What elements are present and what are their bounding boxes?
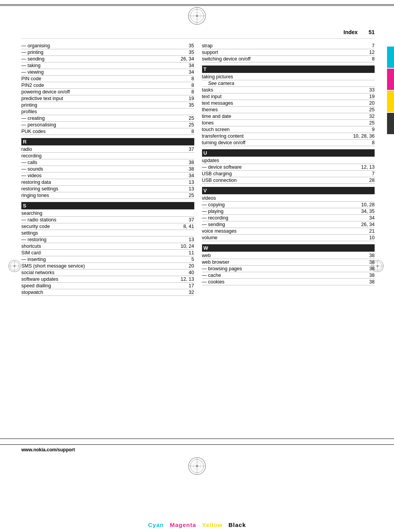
- list-item: ringing tones 25: [21, 192, 194, 199]
- entry-page: 34, 35: [361, 209, 375, 214]
- entry-label: software updates: [21, 276, 181, 282]
- right-column: strap 7 support 12 switching device on/o…: [202, 43, 375, 299]
- left-column: — organising 35 — printing 35 — sending …: [21, 43, 194, 299]
- list-item: videos: [202, 195, 375, 202]
- list-item: — videos 34: [21, 173, 194, 179]
- entry-label: — radio stations: [21, 217, 189, 223]
- entry-page: 12, 13: [361, 164, 375, 170]
- nokia-logo-top: [187, 6, 207, 26]
- list-item: switching device on/off 8: [202, 56, 375, 62]
- entry-page: 5: [192, 257, 194, 262]
- list-item: turning device on/off 8: [202, 140, 375, 146]
- list-item: SIM card 11: [21, 250, 194, 256]
- section-R: R radio 37 recording — calls 38 — sounds…: [21, 138, 194, 199]
- entry-page: 8, 41: [183, 224, 194, 229]
- entry-label: — sending: [202, 222, 361, 227]
- list-item: profiles: [21, 109, 194, 115]
- list-item: touch screen 9: [202, 126, 375, 133]
- entry-page: 8: [372, 56, 375, 62]
- entry-label: security code: [21, 224, 183, 229]
- entry-page: 21: [369, 228, 375, 234]
- entry-label: — playing: [202, 209, 361, 214]
- list-item: taking pictures: [202, 74, 375, 80]
- list-item: radio 37: [21, 146, 194, 153]
- list-item: time and date 32: [202, 113, 375, 120]
- entry-label: — recording: [202, 215, 370, 221]
- entry-page: 11: [189, 250, 194, 256]
- color-text-bar: Cyan Magenta Yellow Black: [0, 522, 394, 528]
- entry-label: touch screen: [202, 127, 372, 132]
- entry-label: — creating: [21, 116, 189, 121]
- entry-page: 32: [369, 114, 375, 119]
- entry-page: 7: [372, 43, 375, 48]
- list-item: text input 19: [202, 93, 375, 100]
- list-item: searching: [21, 210, 194, 217]
- section-header-T: T: [202, 66, 375, 73]
- list-item: — calls 38: [21, 159, 194, 166]
- entry-label: restoring data: [21, 180, 189, 185]
- top-border-inner: [0, 5, 394, 6]
- section-W: W web 38 web browser 38 — browsing pages…: [202, 244, 375, 285]
- entry-label: social networks: [21, 270, 189, 275]
- entry-label: text messages: [202, 100, 370, 106]
- entry-label: videos: [202, 195, 375, 201]
- list-item: restoring settings 13: [21, 186, 194, 192]
- entry-page: 25: [189, 116, 194, 121]
- entry-page: 28: [369, 178, 375, 183]
- list-item: — cookies 38: [202, 279, 375, 285]
- entry-label: web browser: [202, 259, 370, 265]
- magenta-label: Magenta: [170, 522, 196, 528]
- entry-page: 10, 28: [361, 202, 375, 207]
- list-item: shortcuts 10, 24: [21, 243, 194, 250]
- entry-page: 25: [369, 107, 375, 112]
- list-item: updates: [202, 157, 375, 164]
- list-item: security code 8, 41: [21, 223, 194, 230]
- entry-page: 19: [189, 96, 194, 101]
- entry-page: 38: [369, 279, 375, 285]
- cyan-tab: [387, 47, 394, 68]
- section-top-right: strap 7 support 12 switching device on/o…: [202, 43, 375, 62]
- entry-label: restoring settings: [21, 186, 189, 192]
- bottom-border-outer: [0, 439, 394, 439]
- list-item: — restoring 13: [21, 237, 194, 243]
- entry-page: 19: [369, 94, 375, 99]
- entry-page: 32: [189, 290, 194, 295]
- entry-label: — calls: [21, 160, 189, 165]
- list-item: USB connection 28: [202, 177, 375, 184]
- list-item: — sending 26, 34: [21, 56, 194, 62]
- entry-label: — inserting: [21, 257, 192, 262]
- entry-page: 38: [369, 266, 375, 271]
- footer-url: www.nokia.com/support: [21, 447, 75, 453]
- yellow-tab: [387, 91, 394, 112]
- entry-page: 34: [369, 215, 375, 221]
- entry-label: text input: [202, 94, 370, 99]
- entry-page: 9: [372, 127, 375, 132]
- list-item: voice messages 21: [202, 228, 375, 235]
- entry-page: 26, 34: [181, 56, 194, 62]
- section-header-R: R: [21, 138, 194, 145]
- entry-label: support: [202, 50, 370, 55]
- entry-page: 20: [189, 263, 194, 269]
- entry-page: 34: [189, 69, 194, 75]
- entry-label: — videos: [21, 173, 189, 178]
- list-item: — cache 38: [202, 272, 375, 279]
- footer-text: www.nokia.com/support: [21, 447, 75, 453]
- entry-page: 38: [369, 273, 375, 278]
- entry-page: 20: [369, 100, 375, 106]
- entry-label: web: [202, 253, 370, 258]
- list-item: software updates 12, 13: [21, 276, 194, 283]
- entry-page: 17: [189, 283, 194, 288]
- list-item: PUK codes 8: [21, 128, 194, 135]
- entry-page: 13: [189, 180, 194, 185]
- entry-label: switching device on/off: [202, 56, 372, 62]
- list-item: PIN code 8: [21, 76, 194, 82]
- entry-label: USB connection: [202, 178, 370, 183]
- entry-label: speed dialling: [21, 283, 189, 288]
- entry-label: — copying: [202, 202, 361, 207]
- entry-page: 40: [189, 270, 194, 275]
- entry-page: 34: [189, 173, 194, 178]
- list-item: transferring content 10, 28, 36: [202, 133, 375, 140]
- entry-label: transferring content: [202, 133, 353, 139]
- list-item: restoring data 13: [21, 179, 194, 186]
- section-V: V videos — copying 10, 28 — playing 34, …: [202, 187, 375, 241]
